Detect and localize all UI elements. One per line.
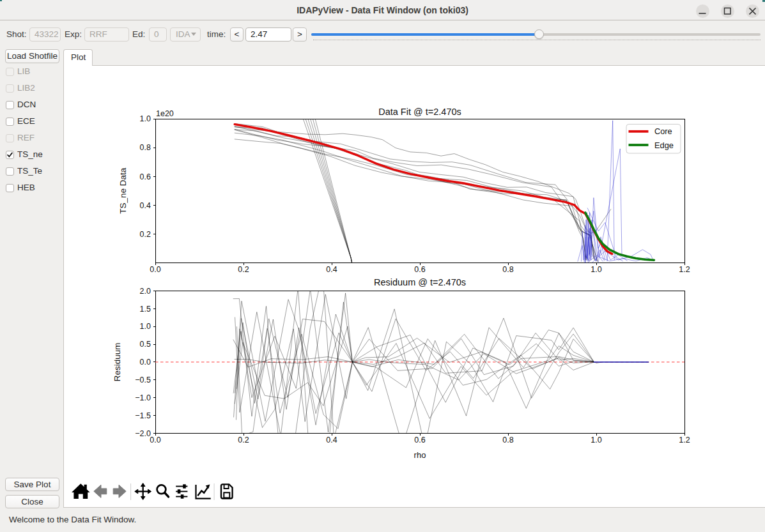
svg-text:0.0: 0.0 (150, 265, 160, 274)
svg-text:0.0: 0.0 (150, 436, 160, 445)
svg-text:1.0: 1.0 (591, 265, 601, 274)
svg-text:Data Fit @ t=2.470s: Data Fit @ t=2.470s (378, 107, 461, 117)
svg-text:−0.5: −0.5 (135, 376, 151, 384)
svg-text:0.2: 0.2 (238, 265, 249, 274)
svg-text:0.8: 0.8 (502, 436, 513, 445)
svg-text:0.6: 0.6 (414, 436, 425, 445)
svg-text:−1.5: −1.5 (135, 411, 151, 420)
svg-text:0.4: 0.4 (326, 436, 337, 445)
svg-text:1.2: 1.2 (679, 265, 690, 274)
svg-text:Edge: Edge (654, 141, 674, 150)
svg-text:TS_ne Data: TS_ne Data (119, 167, 128, 214)
svg-text:Core: Core (654, 126, 672, 136)
svg-text:1.5: 1.5 (140, 305, 151, 314)
svg-text:1e20: 1e20 (156, 109, 174, 118)
svg-text:0.0: 0.0 (140, 358, 151, 367)
svg-text:Residuum: Residuum (112, 343, 122, 382)
svg-text:1.0: 1.0 (140, 114, 151, 123)
svg-text:0.4: 0.4 (326, 265, 337, 274)
svg-text:1.2: 1.2 (679, 436, 690, 445)
svg-text:1.0: 1.0 (140, 322, 151, 331)
svg-text:0.6: 0.6 (414, 265, 425, 274)
svg-text:0.8: 0.8 (502, 265, 513, 274)
svg-text:0.8: 0.8 (140, 143, 151, 152)
svg-text:2.0: 2.0 (140, 287, 151, 296)
svg-text:−2.0: −2.0 (135, 429, 151, 438)
svg-text:0.5: 0.5 (140, 340, 151, 349)
svg-text:0.2: 0.2 (238, 436, 249, 445)
svg-text:rho: rho (414, 450, 426, 460)
svg-text:−1.0: −1.0 (135, 393, 151, 402)
svg-text:1.0: 1.0 (591, 436, 601, 445)
svg-text:0.2: 0.2 (140, 230, 151, 239)
svg-text:Residuum @ t=2.470s: Residuum @ t=2.470s (374, 277, 466, 287)
svg-text:0.4: 0.4 (140, 201, 151, 210)
svg-text:0.6: 0.6 (140, 172, 151, 181)
